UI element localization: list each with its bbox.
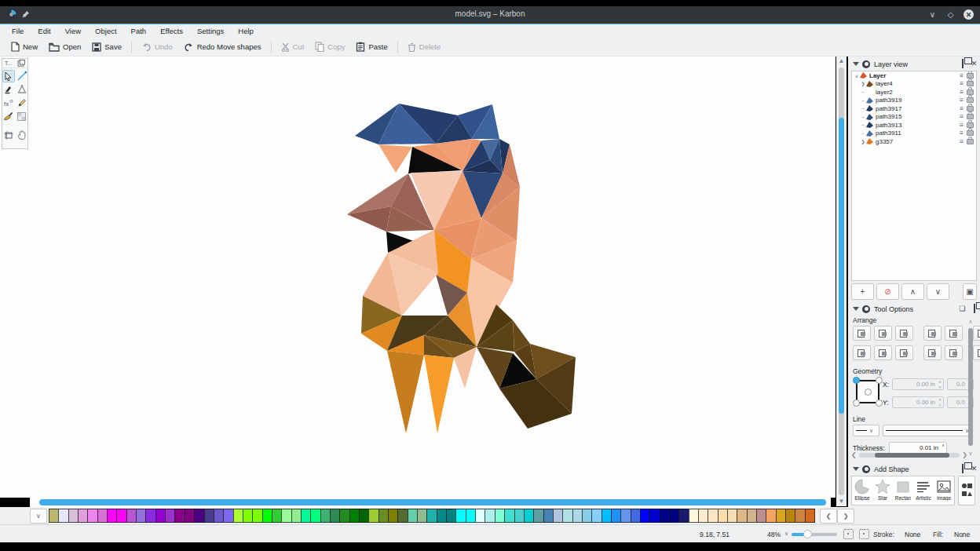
color-swatch[interactable] xyxy=(194,509,204,523)
color-swatch[interactable] xyxy=(747,509,757,523)
color-swatch[interactable] xyxy=(776,509,786,523)
line-cap-dropdown[interactable]: ∨ xyxy=(853,425,879,436)
line-style-dropdown[interactable]: ∨ xyxy=(883,425,972,436)
layer-row-Layer[interactable]: ∨Layer≡ xyxy=(852,71,976,80)
color-swatch[interactable] xyxy=(669,509,679,523)
color-swatch[interactable] xyxy=(68,509,79,523)
collapse-arrow-icon[interactable] xyxy=(853,307,859,311)
add-layer-button[interactable]: + xyxy=(851,283,874,300)
color-swatch[interactable] xyxy=(87,509,97,523)
layer-row-g3357[interactable]: ❯g3357≡ xyxy=(852,137,976,146)
align-distribute-button-icon[interactable] xyxy=(874,326,892,341)
color-swatch[interactable] xyxy=(611,509,621,523)
shape-artistic[interactable]: Artistic xyxy=(913,476,934,505)
scroll-up-arrow[interactable]: ▲ xyxy=(836,57,847,66)
color-swatch[interactable] xyxy=(243,509,253,523)
save-button[interactable]: Save xyxy=(86,40,127,54)
collapse-arrow-icon[interactable] xyxy=(853,467,859,471)
lock-icon[interactable] xyxy=(967,106,974,111)
align-distribute-button-icon[interactable] xyxy=(945,326,963,341)
visibility-icon[interactable]: ≡ xyxy=(960,138,964,145)
canvas-vertical-scrollbar[interactable]: ▲ ▼ xyxy=(836,57,847,506)
lock-icon[interactable] xyxy=(967,97,974,103)
visibility-icon[interactable]: ≡ xyxy=(960,80,964,87)
undo-button[interactable]: Undo xyxy=(136,40,178,54)
color-swatch[interactable] xyxy=(291,509,302,523)
align-distribute-button-icon[interactable] xyxy=(895,345,913,360)
color-swatch[interactable] xyxy=(708,509,718,523)
color-swatch[interactable] xyxy=(756,509,766,523)
layer-row-path3915[interactable]: –path3915≡ xyxy=(852,113,976,122)
zoom-dropdown-chevron[interactable]: ∨ xyxy=(784,531,788,537)
color-swatch[interactable] xyxy=(272,509,282,523)
color-swatch[interactable] xyxy=(233,509,243,523)
delete-layer-button[interactable]: ⊘ xyxy=(876,283,899,300)
color-swatch[interactable] xyxy=(785,509,795,523)
shape-star[interactable]: Star xyxy=(872,476,893,505)
color-swatch[interactable] xyxy=(185,509,195,523)
color-swatch[interactable] xyxy=(543,509,554,523)
color-swatch[interactable] xyxy=(437,509,447,523)
color-swatch[interactable] xyxy=(49,509,59,523)
color-swatch[interactable] xyxy=(204,509,214,523)
lock-icon[interactable] xyxy=(967,114,974,119)
artwork-polygon[interactable] xyxy=(387,351,424,433)
shape-image[interactable]: Image xyxy=(934,476,954,505)
align-distribute-button-icon[interactable] xyxy=(923,326,942,341)
color-swatch[interactable] xyxy=(737,509,747,523)
expander-icon[interactable]: ∨ xyxy=(854,73,860,78)
shape-collections-button[interactable] xyxy=(958,476,975,505)
stroke-value[interactable]: None xyxy=(905,531,920,538)
color-swatch[interactable] xyxy=(78,509,88,523)
color-swatch[interactable] xyxy=(126,509,137,523)
color-swatch[interactable] xyxy=(262,509,272,523)
minimize-button[interactable]: ∨ xyxy=(927,9,938,20)
color-swatch[interactable] xyxy=(524,509,534,523)
layer-row-path3917[interactable]: –path3917≡ xyxy=(852,104,976,113)
anchor-top-left[interactable] xyxy=(853,377,860,384)
layer-name[interactable]: layer4 xyxy=(876,80,960,87)
redo-move-shapes-button[interactable]: Redo Move shapes xyxy=(178,40,267,54)
palette-scroll-right[interactable]: ❯ xyxy=(837,509,854,524)
color-swatch[interactable] xyxy=(223,509,233,523)
color-swatch[interactable] xyxy=(107,509,117,523)
x-input[interactable]: 0.00 in∧∨ xyxy=(892,378,944,390)
visibility-icon[interactable]: ≡ xyxy=(960,72,964,79)
horizontal-scroll-thumb[interactable] xyxy=(39,499,826,505)
new-button[interactable]: New xyxy=(5,39,43,54)
layer-name[interactable]: path3919 xyxy=(876,97,960,104)
color-swatch[interactable] xyxy=(533,509,543,523)
align-distribute-button-icon[interactable] xyxy=(945,345,963,360)
artwork-polygon[interactable] xyxy=(424,355,454,433)
menu-edit[interactable]: Edit xyxy=(31,25,57,37)
color-swatch[interactable] xyxy=(408,509,418,523)
color-swatch[interactable] xyxy=(572,509,583,523)
float-panel-icon[interactable] xyxy=(962,464,964,473)
color-swatch[interactable] xyxy=(495,509,505,523)
pattern-tool-icon[interactable] xyxy=(16,110,28,122)
scroll-thumb[interactable] xyxy=(968,328,973,446)
color-swatch[interactable] xyxy=(727,509,737,523)
menu-view[interactable]: View xyxy=(58,25,88,37)
color-swatch[interactable] xyxy=(485,509,495,523)
menu-help[interactable]: Help xyxy=(231,25,261,37)
layer-name[interactable]: path3911 xyxy=(876,130,960,137)
brush-tool-icon[interactable] xyxy=(2,110,15,122)
copy-button[interactable]: Copy xyxy=(309,39,350,54)
anchor-center[interactable] xyxy=(865,389,872,396)
float-panel-icon[interactable] xyxy=(974,304,975,313)
calligraphy-tool-icon[interactable] xyxy=(2,83,15,96)
color-swatch[interactable] xyxy=(165,509,175,523)
collapse-arrow-icon[interactable] xyxy=(853,62,859,66)
visibility-icon[interactable]: ≡ xyxy=(960,105,964,112)
color-swatch[interactable] xyxy=(359,509,369,523)
lower-layer-button[interactable]: ∨ xyxy=(927,283,949,300)
color-swatch[interactable] xyxy=(562,509,572,523)
line-tool-icon[interactable] xyxy=(16,70,28,82)
layer-properties-button[interactable]: ▣ xyxy=(963,283,977,300)
layer-row-layer4[interactable]: ❯layer4≡ xyxy=(852,80,976,89)
layer-row-path3913[interactable]: –path3913≡ xyxy=(852,121,976,130)
color-swatch[interactable] xyxy=(378,509,389,523)
palette-menu-button[interactable]: ∨ xyxy=(30,509,47,524)
layer-name[interactable]: path3915 xyxy=(876,113,960,120)
